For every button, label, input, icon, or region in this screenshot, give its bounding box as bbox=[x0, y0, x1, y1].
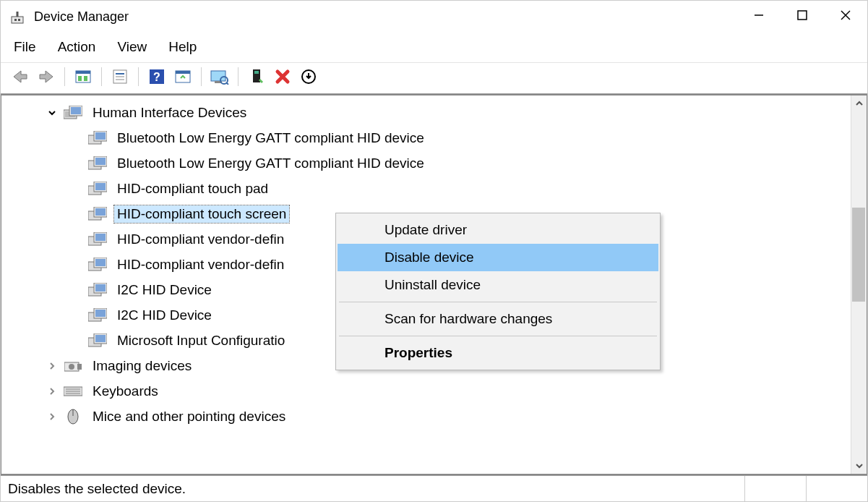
tree-label: Microsoft Input Configuratio bbox=[114, 332, 288, 349]
svg-rect-45 bbox=[95, 234, 106, 241]
toolbar-separator bbox=[201, 67, 202, 86]
hid-device-icon bbox=[88, 333, 107, 349]
svg-rect-42 bbox=[95, 208, 106, 216]
tree-label: I2C HID Device bbox=[114, 281, 215, 299]
titlebar: Device Manager bbox=[1, 1, 867, 33]
svg-rect-39 bbox=[95, 183, 106, 190]
tree-label: HID-compliant vendor-defin bbox=[114, 256, 287, 273]
svg-rect-0 bbox=[12, 17, 23, 23]
hid-device-icon bbox=[88, 130, 107, 146]
svg-text:?: ? bbox=[153, 71, 160, 83]
svg-rect-19 bbox=[176, 71, 190, 74]
close-button[interactable] bbox=[824, 1, 867, 30]
tree-category-mice[interactable]: Mice and other pointing devices bbox=[1, 404, 851, 429]
tree-label: Imaging devices bbox=[90, 357, 194, 375]
scroll-thumb[interactable] bbox=[852, 208, 865, 302]
context-menu-scan[interactable]: Scan for hardware changes bbox=[338, 305, 658, 333]
forward-button[interactable] bbox=[35, 66, 57, 88]
svg-rect-33 bbox=[95, 132, 106, 140]
hid-device-icon bbox=[88, 231, 107, 247]
svg-rect-36 bbox=[95, 158, 106, 165]
svg-rect-60 bbox=[77, 364, 82, 370]
minimize-button[interactable] bbox=[737, 1, 781, 30]
disable-button[interactable] bbox=[272, 66, 293, 88]
hid-device-icon bbox=[88, 181, 107, 197]
scan-button[interactable] bbox=[172, 66, 194, 88]
svg-rect-20 bbox=[211, 71, 225, 81]
tree-item[interactable]: Bluetooth Low Energy GATT compliant HID … bbox=[1, 150, 851, 176]
keyboard-icon bbox=[64, 383, 82, 399]
tree-item[interactable]: HID-compliant touch pad bbox=[1, 176, 851, 201]
svg-rect-1 bbox=[14, 19, 17, 21]
tree-category-keyboards[interactable]: Keyboards bbox=[1, 378, 851, 404]
context-menu-separator bbox=[339, 302, 657, 302]
svg-point-59 bbox=[69, 364, 74, 370]
device-tree-panel: Human Interface Devices Bluetooth Low En… bbox=[1, 94, 867, 475]
tree-label: I2C HID Device bbox=[114, 307, 215, 324]
svg-rect-51 bbox=[95, 284, 106, 292]
toolbar-separator bbox=[138, 67, 139, 86]
tree-label: Mice and other pointing devices bbox=[90, 408, 288, 425]
window-title: Device Manager bbox=[34, 9, 737, 25]
uninstall-button[interactable] bbox=[298, 66, 319, 88]
menu-action[interactable]: Action bbox=[58, 39, 96, 55]
tree-label: HID-compliant touch screen bbox=[114, 205, 289, 223]
menu-view[interactable]: View bbox=[117, 39, 147, 55]
context-menu-update-driver[interactable]: Update driver bbox=[338, 216, 658, 244]
chevron-down-icon[interactable] bbox=[45, 108, 59, 118]
tree-label: Bluetooth Low Energy GATT compliant HID … bbox=[114, 155, 427, 172]
tree-label: Keyboards bbox=[90, 383, 161, 400]
status-cell bbox=[806, 476, 867, 501]
svg-rect-3 bbox=[17, 12, 19, 17]
camera-icon bbox=[64, 358, 82, 374]
svg-rect-57 bbox=[95, 335, 106, 342]
vertical-scrollbar[interactable] bbox=[851, 95, 867, 474]
context-menu-separator bbox=[339, 336, 657, 336]
svg-rect-2 bbox=[18, 19, 20, 21]
app-icon bbox=[9, 9, 25, 25]
toolbar-separator bbox=[238, 67, 239, 86]
svg-rect-10 bbox=[78, 76, 82, 81]
menu-file[interactable]: File bbox=[14, 39, 36, 55]
properties-button[interactable] bbox=[109, 66, 131, 88]
back-button[interactable] bbox=[9, 66, 31, 88]
tree-category-hid[interactable]: Human Interface Devices bbox=[1, 100, 851, 125]
menu-help[interactable]: Help bbox=[168, 39, 197, 55]
tree-item[interactable]: Bluetooth Low Energy GATT compliant HID … bbox=[1, 125, 851, 150]
hid-device-icon bbox=[88, 307, 107, 323]
svg-rect-9 bbox=[76, 71, 90, 74]
toolbar: ? bbox=[1, 62, 867, 94]
help-button[interactable]: ? bbox=[146, 66, 168, 88]
chevron-right-icon[interactable] bbox=[45, 412, 59, 422]
context-menu-properties[interactable]: Properties bbox=[338, 339, 658, 367]
device-tree[interactable]: Human Interface Devices Bluetooth Low En… bbox=[1, 95, 851, 474]
svg-rect-5 bbox=[798, 11, 807, 20]
toolbar-separator bbox=[64, 67, 65, 86]
hid-device-icon bbox=[88, 282, 107, 298]
tree-label: HID-compliant touch pad bbox=[114, 180, 271, 197]
mouse-icon bbox=[64, 409, 82, 425]
menubar: File Action View Help bbox=[1, 33, 867, 62]
status-text: Disables the selected device. bbox=[8, 481, 186, 497]
svg-rect-48 bbox=[95, 259, 106, 266]
context-menu-disable-device[interactable]: Disable device bbox=[338, 244, 658, 271]
tree-label: Human Interface Devices bbox=[90, 104, 249, 122]
tree-label: Bluetooth Low Energy GATT compliant HID … bbox=[114, 129, 427, 147]
svg-line-23 bbox=[226, 82, 228, 85]
svg-rect-11 bbox=[84, 76, 87, 81]
chevron-right-icon[interactable] bbox=[45, 361, 59, 371]
hid-device-icon bbox=[88, 257, 107, 273]
scroll-up-arrow[interactable] bbox=[851, 95, 867, 111]
svg-rect-30 bbox=[71, 107, 81, 114]
window-controls bbox=[737, 1, 867, 33]
enable-button[interactable] bbox=[246, 66, 267, 88]
statusbar: Disables the selected device. bbox=[1, 475, 867, 501]
maximize-button[interactable] bbox=[781, 1, 824, 30]
scroll-down-arrow[interactable] bbox=[851, 458, 867, 474]
show-hidden-button[interactable] bbox=[72, 66, 94, 88]
chevron-right-icon[interactable] bbox=[45, 386, 59, 396]
context-menu-uninstall-device[interactable]: Uninstall device bbox=[338, 271, 658, 299]
context-menu: Update driver Disable device Uninstall d… bbox=[335, 213, 661, 370]
tree-label: HID-compliant vendor-defin bbox=[114, 231, 287, 248]
update-driver-button[interactable] bbox=[209, 66, 231, 88]
